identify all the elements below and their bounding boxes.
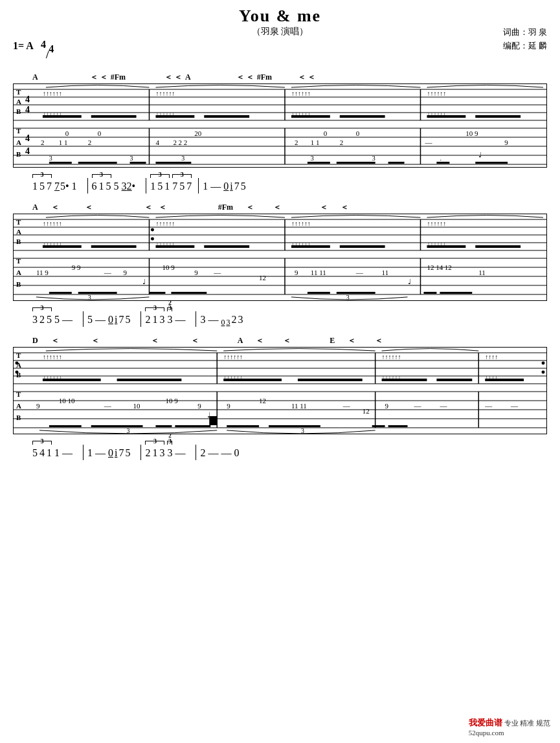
svg-rect-132 xyxy=(49,292,72,294)
svg-rect-169 xyxy=(485,379,524,381)
svg-text:.: . xyxy=(440,155,442,162)
svg-rect-166 xyxy=(298,379,363,381)
chord-arrows5: ＜ xyxy=(51,202,59,213)
tab-staff-3-frets: T A B 9 10 10 — 10 10 9 9 ♩ 9 xyxy=(14,385,546,434)
svg-rect-21 xyxy=(43,115,82,118)
section-3: D ＜ ＜ ＜ ＜ A ＜ ＜ E ＜ ＜ T A B xyxy=(13,335,547,463)
chord-arrows9: ＜ xyxy=(246,202,254,213)
svg-rect-139 xyxy=(440,292,472,294)
note: 3 xyxy=(238,313,243,327)
svg-point-159 xyxy=(15,362,18,365)
svg-text:↑↑↑↑↑↑: ↑↑↑↑↑↑ xyxy=(43,220,62,227)
note-dash: — xyxy=(62,313,73,327)
svg-text:♩: ♩ xyxy=(478,151,482,159)
note: 5 xyxy=(54,313,60,327)
notation-line-2: 3 3 2 5 5 — 5 — 0 i 7 5 3 2 1 3 xyxy=(13,301,547,329)
note: 1 xyxy=(164,179,170,194)
chord-arrows4: ＜ ＜ xyxy=(298,72,315,83)
svg-point-162 xyxy=(542,370,545,373)
chord-row-3: D ＜ ＜ ＜ ＜ A ＜ ＜ E ＜ ＜ xyxy=(13,335,547,346)
svg-rect-73 xyxy=(475,162,508,164)
notation-line-3: 3 5 4 1 1 — 1 — 0 i 7 5 3 2 1 3 xyxy=(13,434,547,463)
svg-text:9: 9 xyxy=(385,402,389,410)
bar-line xyxy=(83,445,84,460)
svg-text:11: 11 xyxy=(478,269,486,276)
note: 5 xyxy=(47,313,52,327)
note: 1 xyxy=(152,446,157,460)
arrangement-credit: 编配：延 麟 xyxy=(503,39,547,53)
svg-text:2: 2 xyxy=(41,139,44,146)
note: 5 xyxy=(125,313,130,327)
svg-text:B: B xyxy=(16,414,21,421)
notation-line-1: 3 1 5 7 7 5• 1 3 6 1 5 5 3 xyxy=(13,168,547,196)
chord-arrows12: ＜ xyxy=(341,202,348,213)
chord-arrows6: ＜ xyxy=(85,202,93,213)
svg-text:2  2  2: 2 2 2 xyxy=(173,139,187,146)
chord-arrows13: ＜ xyxy=(51,335,59,346)
chord-arrows10: ＜ xyxy=(273,202,281,213)
svg-text:20: 20 xyxy=(194,129,201,137)
svg-rect-27 xyxy=(427,115,465,118)
svg-rect-101 xyxy=(427,245,465,248)
svg-rect-70 xyxy=(337,162,375,164)
svg-text:4: 4 xyxy=(25,133,30,143)
bar-line xyxy=(196,445,196,460)
note-underline: i xyxy=(115,446,117,460)
chord-A4: A xyxy=(238,336,243,346)
svg-point-161 xyxy=(542,362,545,365)
note: 5 xyxy=(125,446,130,460)
note: 7 xyxy=(234,179,240,194)
bar-line xyxy=(198,178,199,194)
svg-rect-96 xyxy=(91,245,137,248)
note-dash: — xyxy=(175,313,185,327)
svg-rect-202 xyxy=(155,425,172,427)
note: 7 xyxy=(118,446,124,460)
note: 3 xyxy=(167,313,172,327)
svg-text:1  1: 1 1 xyxy=(59,139,68,146)
watermark-brand: 我爱曲谱 xyxy=(469,718,502,727)
chord-row-1: A ＜ ＜ #Fm ＜ ＜ A ＜ ＜ #Fm ＜ ＜ xyxy=(13,71,547,83)
svg-rect-100 xyxy=(340,245,385,248)
svg-text:—: — xyxy=(510,402,519,410)
note: 3 xyxy=(32,313,38,327)
chord-A3: A xyxy=(32,203,38,212)
svg-rect-137 xyxy=(337,292,375,294)
note-dash: — xyxy=(62,446,73,460)
chord-arrows16: ＜ xyxy=(191,335,199,346)
svg-rect-136 xyxy=(308,292,330,294)
tab-staff-1-frets: T A B 4 4 0 0 20 0 0 xyxy=(14,122,546,167)
svg-rect-71 xyxy=(388,162,405,164)
svg-text:A: A xyxy=(16,98,21,105)
svg-text:↑↑↑↑↑↑: ↑↑↑↑↑↑ xyxy=(155,220,175,227)
svg-rect-65 xyxy=(49,162,72,164)
svg-text:10: 10 xyxy=(133,402,140,410)
note-dash: — xyxy=(221,446,231,460)
note: 1 xyxy=(72,179,77,194)
lyrics-credit: 词曲：羽 泉 xyxy=(503,26,547,39)
svg-text:0: 0 xyxy=(98,129,102,137)
svg-rect-168 xyxy=(436,379,472,381)
svg-text:3: 3 xyxy=(372,155,375,162)
note-underline: 0 xyxy=(221,317,225,328)
svg-text:3: 3 xyxy=(127,427,130,434)
svg-text:11  9: 11 9 xyxy=(36,269,49,276)
chord-arrows2: ＜ ＜ xyxy=(164,72,182,83)
svg-text:↑↑↑↑↑↑: ↑↑↑↑↑↑ xyxy=(43,90,62,97)
svg-rect-23 xyxy=(155,115,194,118)
svg-rect-69 xyxy=(308,162,330,164)
svg-text:2: 2 xyxy=(295,139,298,146)
note: 5 xyxy=(106,179,111,194)
svg-text:9: 9 xyxy=(504,139,508,146)
note: 3 xyxy=(159,446,164,460)
svg-text:12: 12 xyxy=(259,274,266,282)
svg-text:—: — xyxy=(484,402,493,410)
chord-Fm1: #Fm xyxy=(111,72,126,82)
note: 1 xyxy=(150,179,155,194)
note-underlined: 3 xyxy=(122,179,127,194)
chord-arrows1: ＜ ＜ xyxy=(90,72,107,83)
svg-rect-26 xyxy=(340,115,385,118)
svg-text:↑↑↑↑↑↑: ↑↑↑↑↑↑ xyxy=(291,220,311,227)
svg-text:4: 4 xyxy=(25,146,30,156)
svg-text:—: — xyxy=(104,269,112,276)
svg-rect-97 xyxy=(155,245,194,248)
